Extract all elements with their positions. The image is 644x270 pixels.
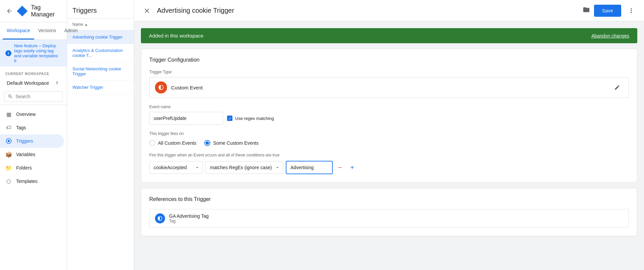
trigger-link-analytics[interactable]: Analytics & Customization cookie T... xyxy=(72,48,123,58)
sidebar-item-label-tags: Tags xyxy=(16,125,26,130)
folder-icon[interactable] xyxy=(583,6,590,15)
sidebar-item-triggers[interactable]: Triggers xyxy=(0,134,64,148)
add-condition-button[interactable]: + xyxy=(347,163,357,172)
trigger-link-watcher[interactable]: Watcher Trigger xyxy=(72,85,103,90)
use-regex-checkbox[interactable] xyxy=(227,116,232,121)
reference-info: GA Advertising Tag Tag xyxy=(169,213,209,223)
condition-operator-select[interactable]: matches RegEx (ignore case) xyxy=(206,161,283,174)
trigger-type-row: Custom Event xyxy=(149,77,629,98)
search-icon xyxy=(8,93,13,99)
sidebar-item-label-triggers: Triggers xyxy=(16,138,33,144)
radio-all-label: All Custom Events xyxy=(158,140,196,146)
reference-type: Tag xyxy=(169,219,209,223)
search-container xyxy=(0,88,67,105)
use-regex-checkbox-row: Use regex matching xyxy=(227,116,274,121)
tab-admin[interactable]: Admin xyxy=(60,22,82,40)
info-text: New feature – Deploy tags easily using t… xyxy=(14,43,61,63)
trigger-link-social[interactable]: Social Networking cookie Trigger xyxy=(72,66,121,76)
condition-value-input[interactable] xyxy=(286,161,333,174)
radio-all-outer xyxy=(149,140,155,146)
detail-title: Advertising cookie Trigger xyxy=(157,7,579,14)
chevron-right-icon xyxy=(54,80,60,86)
triggers-title: Triggers xyxy=(67,0,134,19)
remove-condition-button[interactable]: − xyxy=(335,163,345,172)
overview-icon: ▦ xyxy=(5,111,12,118)
sidebar-item-tags[interactable]: 🏷 Tags xyxy=(0,121,64,134)
event-name-label: Event name xyxy=(149,105,629,109)
radio-some-outer xyxy=(204,140,210,146)
main-content: Advertising cookie Trigger Save Added in… xyxy=(134,0,644,270)
app-logo xyxy=(17,6,28,16)
folders-icon: 📁 xyxy=(5,164,12,171)
radio-some-label: Some Custom Events xyxy=(213,140,258,146)
triggers-panel: Triggers Name ▲ Advertising cookie Trigg… xyxy=(67,0,134,270)
app-title: Tag Manager xyxy=(31,4,61,18)
tab-versions[interactable]: Versions xyxy=(34,22,60,40)
nav-items: ▦ Overview 🏷 Tags Triggers 📦 Variables 📁… xyxy=(0,105,67,270)
trigger-item-watcher[interactable]: Watcher Trigger xyxy=(67,81,134,94)
fires-on-label: This trigger fires on xyxy=(149,131,629,136)
trigger-type-name: Custom Event xyxy=(171,85,607,90)
radio-some-custom-events[interactable]: Some Custom Events xyxy=(204,140,258,146)
references-card: References to this Trigger GA Advertisin… xyxy=(141,188,637,236)
condition-row: cookieAccepted matches RegEx (ignore cas… xyxy=(149,161,629,174)
condition-variable-select[interactable]: cookieAccepted xyxy=(149,161,203,174)
reference-icon xyxy=(155,213,165,223)
tab-workspace[interactable]: Workspace xyxy=(3,22,34,40)
conditions-label: Fire this trigger when an Event occurs a… xyxy=(149,153,629,157)
trigger-item-analytics[interactable]: Analytics & Customization cookie T... xyxy=(67,44,134,62)
main-body: Added in this workspace Abandon changes … xyxy=(134,21,644,270)
nav-tabs: Workspace Versions Admin xyxy=(0,22,67,40)
abandon-changes-link[interactable]: Abandon changes xyxy=(591,33,629,39)
event-name-row: Use regex matching xyxy=(149,112,629,125)
trigger-item-social[interactable]: Social Networking cookie Trigger xyxy=(67,62,134,81)
custom-event-icon xyxy=(155,81,167,93)
trigger-type-label: Trigger Type xyxy=(149,70,629,74)
back-button[interactable] xyxy=(5,6,13,16)
sidebar-item-label-folders: Folders xyxy=(16,165,32,171)
search-input[interactable] xyxy=(15,94,59,99)
trigger-config-card: Trigger Configuration Trigger Type Custo… xyxy=(141,49,637,183)
sidebar-item-templates[interactable]: ⬡ Templates xyxy=(0,175,64,188)
sidebar-item-label-overview: Overview xyxy=(16,112,36,117)
info-banner: i New feature – Deploy tags easily using… xyxy=(0,40,67,67)
use-regex-label: Use regex matching xyxy=(235,116,274,121)
tags-icon: 🏷 xyxy=(5,124,12,131)
workspace-banner: Added in this workspace Abandon changes xyxy=(141,28,637,43)
sidebar: Tag Manager Workspace Versions Admin i N… xyxy=(0,0,67,270)
svg-point-1 xyxy=(8,140,10,142)
variables-icon: 📦 xyxy=(5,151,12,158)
reference-name: GA Advertising Tag xyxy=(169,213,209,219)
sidebar-header: Tag Manager xyxy=(0,0,67,22)
edit-trigger-type-button[interactable] xyxy=(611,81,623,93)
fires-on-section: This trigger fires on All Custom Events … xyxy=(149,131,629,146)
sidebar-item-label-templates: Templates xyxy=(16,179,38,184)
reference-item: GA Advertising Tag Tag xyxy=(149,209,629,228)
trigger-config-title: Trigger Configuration xyxy=(149,57,629,63)
save-button[interactable]: Save xyxy=(594,5,621,17)
fires-on-radio-group: All Custom Events Some Custom Events xyxy=(149,140,629,146)
radio-some-inner xyxy=(206,141,209,145)
workspace-banner-text: Added in this workspace xyxy=(149,33,204,39)
templates-icon: ⬡ xyxy=(5,178,12,185)
workspace-selector[interactable]: Default Workspace xyxy=(1,77,65,88)
main-topbar: Advertising cookie Trigger Save xyxy=(134,0,644,21)
sidebar-item-folders[interactable]: 📁 Folders xyxy=(0,161,64,175)
workspace-label: Current Workspace xyxy=(0,67,67,77)
more-button[interactable] xyxy=(625,5,637,17)
triggers-icon xyxy=(5,138,12,144)
info-icon: i xyxy=(5,50,11,56)
sort-icon: ▲ xyxy=(85,23,88,26)
references-title: References to this Trigger xyxy=(149,196,629,202)
close-button[interactable] xyxy=(141,5,153,17)
sidebar-item-label-variables: Variables xyxy=(16,152,35,157)
search-box[interactable] xyxy=(4,91,63,102)
sidebar-item-variables[interactable]: 📦 Variables xyxy=(0,148,64,161)
workspace-name: Default Workspace xyxy=(7,80,49,86)
sidebar-item-overview[interactable]: ▦ Overview xyxy=(0,108,64,121)
event-name-input[interactable] xyxy=(149,112,223,125)
radio-all-custom-events[interactable]: All Custom Events xyxy=(149,140,196,146)
